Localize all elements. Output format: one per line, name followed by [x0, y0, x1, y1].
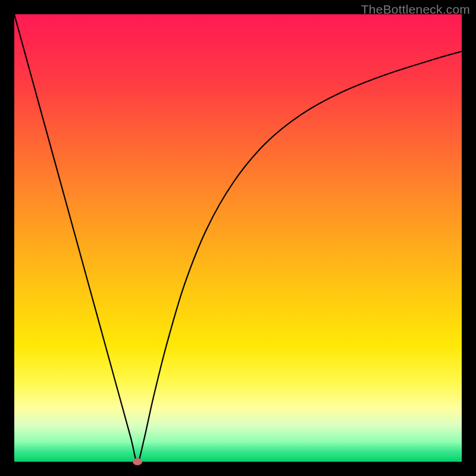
watermark-label: TheBottleneck.com: [361, 2, 470, 17]
minimum-marker: [133, 458, 142, 465]
chart-frame: [14, 14, 462, 462]
gradient-background: [14, 14, 462, 462]
bottleneck-chart: [14, 14, 462, 462]
